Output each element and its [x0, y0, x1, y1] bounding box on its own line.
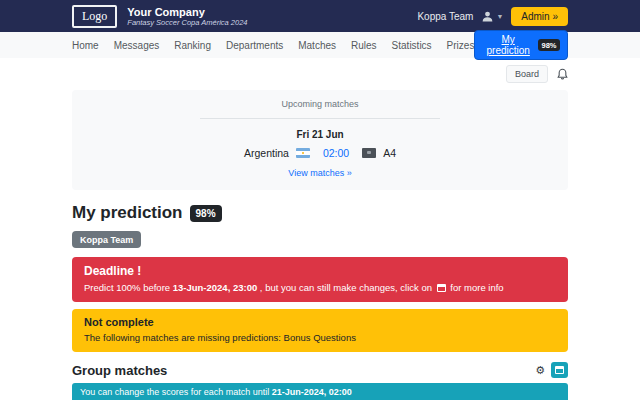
- upcoming-match: Argentina 02:00 A4: [72, 147, 568, 159]
- upcoming-matches-title: Upcoming matches: [72, 99, 568, 109]
- my-prediction-button[interactable]: My prediction 98%: [474, 30, 568, 60]
- main-nav: Home Messages Ranking Departments Matche…: [0, 32, 640, 58]
- prediction-percent-badge: 98%: [190, 205, 222, 222]
- board-button[interactable]: Board: [506, 65, 548, 83]
- nav-item-matches[interactable]: Matches: [298, 40, 336, 51]
- my-prediction-percent-badge: 98%: [538, 39, 560, 51]
- user-icon: [481, 10, 494, 23]
- nav-item-messages[interactable]: Messages: [114, 40, 160, 51]
- deadline-text-after: , but you can still make changes, click …: [257, 282, 434, 293]
- notice-text: You can change the scores for each match…: [80, 387, 272, 397]
- logo[interactable]: Logo: [72, 5, 117, 28]
- prediction-heading-text: My prediction: [72, 203, 183, 223]
- view-matches-link[interactable]: View matches »: [288, 168, 351, 178]
- placeholder-flag-icon: [362, 148, 376, 158]
- deadline-alert-text: Predict 100% before 13-Jun-2024, 23:00 ,…: [84, 282, 556, 293]
- deadline-date: 13-Jun-2024, 23:00: [173, 282, 258, 293]
- brand: Your Company Fantasy Soccer Copa América…: [127, 6, 247, 27]
- upcoming-match-date: Fri 21 Jun: [72, 129, 568, 140]
- group-matches-heading: Group matches: [72, 363, 167, 378]
- group-matches-notice: You can change the scores for each match…: [72, 383, 568, 400]
- deadline-alert-title: Deadline !: [84, 264, 556, 278]
- upcoming-away-team: A4: [383, 147, 396, 159]
- team-badge: Koppa Team: [72, 231, 141, 248]
- deadline-text-before: Predict 100% before: [84, 282, 173, 293]
- my-prediction-label: My prediction: [482, 34, 534, 56]
- user-menu[interactable]: ▼: [481, 10, 503, 23]
- upcoming-home-team: Argentina: [244, 147, 289, 159]
- company-tagline: Fantasy Soccer Copa América 2024: [127, 18, 247, 27]
- calendar-icon: [555, 366, 564, 374]
- header-team-name: Koppa Team: [417, 11, 473, 22]
- nav-item-ranking[interactable]: Ranking: [174, 40, 211, 51]
- argentina-flag-icon: [296, 148, 310, 158]
- app-header: Logo Your Company Fantasy Soccer Copa Am…: [0, 0, 640, 32]
- not-complete-text: The following matches are missing predic…: [84, 332, 556, 343]
- calendar-icon: [437, 284, 446, 292]
- not-complete-title: Not complete: [84, 316, 556, 328]
- page-title: My prediction 98%: [72, 203, 568, 223]
- match-time-link[interactable]: 02:00: [323, 147, 349, 159]
- nav-item-home[interactable]: Home: [72, 40, 99, 51]
- upcoming-matches-panel: Upcoming matches Fri 21 Jun Argentina 02…: [72, 90, 568, 190]
- company-name: Your Company: [127, 6, 247, 18]
- notice-date: 21-Jun-2024, 02:00: [272, 387, 352, 397]
- admin-button[interactable]: Admin »: [511, 7, 568, 26]
- calendar-button[interactable]: [551, 362, 568, 378]
- deadline-alert: Deadline ! Predict 100% before 13-Jun-20…: [72, 257, 568, 302]
- chevron-down-icon: ▼: [496, 13, 503, 20]
- nav-item-prizes[interactable]: Prizes: [447, 40, 475, 51]
- nav-item-statistics[interactable]: Statistics: [392, 40, 432, 51]
- nav-item-rules[interactable]: Rules: [351, 40, 377, 51]
- divider: [200, 118, 440, 119]
- bell-icon[interactable]: [557, 68, 568, 80]
- gear-icon[interactable]: ⚙: [535, 365, 545, 376]
- deadline-text-end: for more info: [448, 282, 504, 293]
- nav-item-departments[interactable]: Departments: [226, 40, 283, 51]
- not-complete-alert: Not complete The following matches are m…: [72, 309, 568, 352]
